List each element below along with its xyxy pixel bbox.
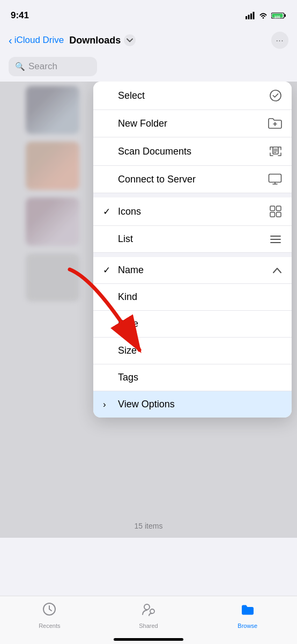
menu-item-date[interactable]: Date — [93, 311, 292, 338]
menu-item-new-folder[interactable]: New Folder — [93, 110, 292, 137]
svg-rect-15 — [277, 213, 281, 217]
menu-item-scan-documents[interactable]: Scan Documents — [93, 137, 292, 166]
svg-point-20 — [150, 609, 154, 613]
checkmark-circle-icon — [269, 89, 282, 102]
recents-icon — [42, 602, 57, 620]
nav-title-group: Downloads — [69, 34, 136, 46]
menu-item-view-options-label: View Options — [118, 399, 175, 410]
chevron-up-icon — [272, 267, 282, 274]
menu-item-scan-left: Scan Documents — [103, 146, 191, 157]
svg-rect-11 — [269, 174, 281, 182]
dropdown-menu: Select New Folder Scan Documents — [93, 82, 292, 418]
browse-icon — [240, 602, 255, 620]
svg-rect-6 — [285, 14, 286, 17]
svg-rect-3 — [253, 12, 255, 19]
menu-item-size[interactable]: Size — [93, 338, 292, 364]
status-bar: 9:41 100 — [0, 0, 297, 27]
menu-section-divider-2 — [93, 253, 292, 257]
menu-item-name[interactable]: ✓ Name — [93, 257, 292, 284]
scan-doc-icon — [269, 145, 282, 158]
svg-point-4 — [263, 17, 264, 19]
menu-item-connect-left: Connect to Server — [103, 174, 196, 185]
svg-rect-2 — [250, 13, 252, 19]
menu-item-tags[interactable]: Tags — [93, 364, 292, 391]
battery-icon: 100 — [271, 12, 286, 19]
tab-browse[interactable]: Browse — [198, 602, 297, 629]
menu-item-list[interactable]: List — [93, 226, 292, 253]
svg-rect-13 — [277, 206, 281, 211]
svg-rect-12 — [270, 206, 275, 211]
more-options-button[interactable]: ··· — [271, 32, 288, 49]
menu-item-connect-label: Connect to Server — [118, 174, 196, 185]
main-content: 15 items Select New Folder — [0, 82, 297, 538]
shared-icon — [141, 602, 156, 620]
menu-item-new-folder-label: New Folder — [118, 118, 167, 129]
monitor-icon — [268, 173, 282, 185]
chevron-down-icon — [127, 38, 133, 42]
signal-icon — [246, 12, 255, 19]
ellipsis-icon: ··· — [276, 36, 284, 45]
search-icon: 🔍 — [15, 62, 25, 71]
menu-item-kind[interactable]: Kind — [93, 284, 292, 311]
menu-item-kind-left: Kind — [103, 291, 137, 303]
menu-item-size-label: Size — [118, 345, 137, 356]
nav-title: Downloads — [69, 35, 121, 46]
menu-item-icons-check: ✓ — [103, 206, 114, 217]
menu-item-select-left: Select — [103, 90, 145, 101]
menu-item-name-check: ✓ — [103, 265, 114, 276]
menu-item-list-left: List — [103, 233, 133, 245]
menu-item-tags-left: Tags — [103, 372, 138, 383]
home-indicator — [114, 638, 183, 641]
status-icons: 100 — [246, 12, 286, 19]
svg-rect-0 — [246, 16, 247, 19]
nav-back-label: iCloud Drive — [14, 35, 64, 46]
menu-item-new-folder-left: New Folder — [103, 118, 167, 129]
search-placeholder: Search — [28, 61, 57, 72]
nav-title-dropdown-button[interactable] — [124, 34, 136, 46]
tab-shared[interactable]: Shared — [99, 602, 198, 629]
menu-item-view-options-chevron: › — [103, 399, 114, 410]
menu-item-select-label: Select — [118, 90, 145, 101]
menu-item-date-left: Date — [103, 318, 138, 330]
svg-point-19 — [144, 604, 150, 610]
menu-item-icons-label: Icons — [118, 206, 141, 217]
nav-back-button[interactable]: ‹ iCloud Drive — [9, 34, 64, 47]
status-time: 9:41 — [11, 10, 29, 21]
grid-icon — [269, 205, 282, 218]
menu-item-size-left: Size — [103, 345, 137, 356]
menu-item-scan-label: Scan Documents — [118, 146, 191, 157]
menu-item-view-options-left: › View Options — [103, 399, 175, 410]
search-bar-row: 🔍 Search — [0, 54, 297, 82]
menu-item-tags-label: Tags — [118, 372, 138, 383]
tab-shared-label: Shared — [139, 623, 158, 629]
menu-item-date-label: Date — [118, 318, 138, 330]
menu-item-name-label: Name — [118, 265, 144, 276]
wifi-icon — [258, 12, 268, 19]
tab-bar: Recents Shared Browse — [0, 596, 297, 644]
menu-item-icons[interactable]: ✓ Icons — [93, 197, 292, 226]
svg-point-9 — [270, 90, 281, 101]
menu-section-divider-1 — [93, 193, 292, 197]
menu-item-select[interactable]: Select — [93, 82, 292, 110]
menu-item-name-left: ✓ Name — [103, 265, 144, 276]
tab-recents-label: Recents — [39, 623, 60, 629]
svg-rect-14 — [270, 213, 275, 217]
menu-item-list-label: List — [118, 233, 133, 245]
tab-browse-label: Browse — [237, 623, 257, 629]
menu-item-icons-left: ✓ Icons — [103, 206, 141, 217]
folder-plus-icon — [268, 118, 282, 129]
menu-item-kind-label: Kind — [118, 291, 137, 303]
menu-item-view-options[interactable]: › View Options — [93, 391, 292, 418]
menu-item-connect-to-server[interactable]: Connect to Server — [93, 166, 292, 193]
search-bar[interactable]: 🔍 Search — [9, 57, 97, 76]
nav-bar: ‹ iCloud Drive Downloads ··· — [0, 27, 297, 54]
back-chevron-icon: ‹ — [9, 34, 12, 47]
svg-text:100: 100 — [274, 15, 280, 19]
list-icon — [269, 234, 282, 245]
tab-recents[interactable]: Recents — [0, 602, 99, 629]
svg-rect-1 — [248, 15, 250, 20]
